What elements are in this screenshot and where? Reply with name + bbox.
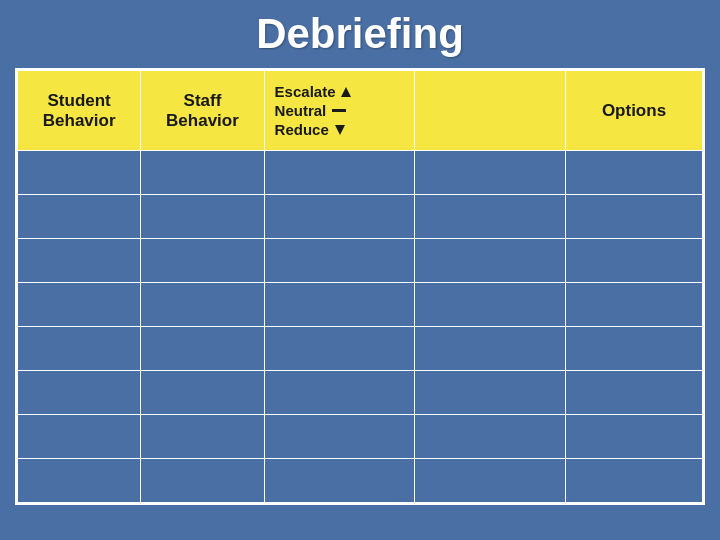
cell-student-6[interactable] [18, 371, 141, 415]
cell-student-8[interactable] [18, 459, 141, 503]
cell-blank-5[interactable] [415, 327, 566, 371]
cell-staff-1[interactable] [141, 151, 264, 195]
cell-options-7[interactable] [565, 415, 702, 459]
cell-options-3[interactable] [565, 239, 702, 283]
arrow-up-icon [341, 87, 351, 97]
cell-student-2[interactable] [18, 195, 141, 239]
table-body [18, 151, 703, 503]
cell-staff-6[interactable] [141, 371, 264, 415]
cell-student-3[interactable] [18, 239, 141, 283]
table-row [18, 283, 703, 327]
table-row [18, 415, 703, 459]
table-row [18, 151, 703, 195]
cell-escalate-5[interactable] [264, 327, 415, 371]
neutral-label: Neutral [275, 102, 327, 119]
cell-student-7[interactable] [18, 415, 141, 459]
cell-escalate-1[interactable] [264, 151, 415, 195]
cell-escalate-3[interactable] [264, 239, 415, 283]
cell-student-4[interactable] [18, 283, 141, 327]
cell-escalate-2[interactable] [264, 195, 415, 239]
cell-escalate-7[interactable] [264, 415, 415, 459]
arrow-down-icon [335, 125, 345, 135]
reduce-label: Reduce [275, 121, 329, 138]
cell-escalate-4[interactable] [264, 283, 415, 327]
cell-options-6[interactable] [565, 371, 702, 415]
table-header-row: Student Behavior Staff Behavior Escalate… [18, 71, 703, 151]
cell-staff-2[interactable] [141, 195, 264, 239]
header-blank [415, 71, 566, 151]
table-row [18, 195, 703, 239]
cell-escalate-8[interactable] [264, 459, 415, 503]
cell-blank-7[interactable] [415, 415, 566, 459]
table-row [18, 459, 703, 503]
arrow-neutral-icon [332, 109, 346, 112]
cell-blank-2[interactable] [415, 195, 566, 239]
cell-options-5[interactable] [565, 327, 702, 371]
cell-staff-8[interactable] [141, 459, 264, 503]
cell-staff-4[interactable] [141, 283, 264, 327]
header-student-behavior: Student Behavior [18, 71, 141, 151]
cell-blank-1[interactable] [415, 151, 566, 195]
main-table-container: Student Behavior Staff Behavior Escalate… [15, 68, 705, 505]
header-options: Options [565, 71, 702, 151]
page-title: Debriefing [256, 10, 464, 58]
table-row [18, 239, 703, 283]
escalate-label: Escalate [275, 83, 336, 100]
cell-blank-3[interactable] [415, 239, 566, 283]
cell-escalate-6[interactable] [264, 371, 415, 415]
cell-student-5[interactable] [18, 327, 141, 371]
cell-student-1[interactable] [18, 151, 141, 195]
cell-options-8[interactable] [565, 459, 702, 503]
cell-options-4[interactable] [565, 283, 702, 327]
debriefing-table: Student Behavior Staff Behavior Escalate… [17, 70, 703, 503]
cell-options-2[interactable] [565, 195, 702, 239]
cell-blank-4[interactable] [415, 283, 566, 327]
cell-staff-7[interactable] [141, 415, 264, 459]
table-row [18, 371, 703, 415]
cell-options-1[interactable] [565, 151, 702, 195]
header-escalate-neutral-reduce: Escalate Neutral Reduce [264, 71, 415, 151]
cell-staff-5[interactable] [141, 327, 264, 371]
cell-blank-6[interactable] [415, 371, 566, 415]
cell-staff-3[interactable] [141, 239, 264, 283]
cell-blank-8[interactable] [415, 459, 566, 503]
header-staff-behavior: Staff Behavior [141, 71, 264, 151]
table-row [18, 327, 703, 371]
